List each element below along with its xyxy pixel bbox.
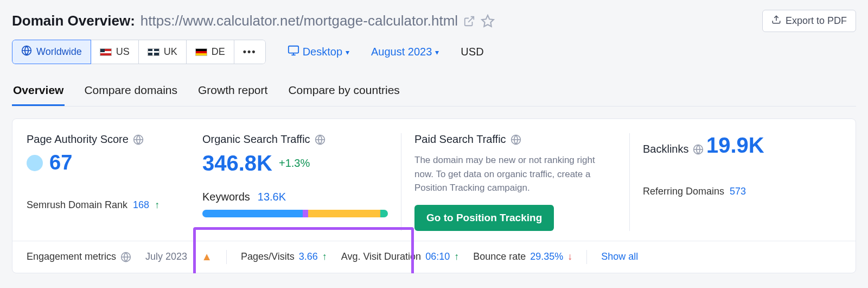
keywords-bar-segment-3: [308, 210, 380, 217]
country-uk-label: UK: [164, 46, 177, 58]
show-all-link[interactable]: Show all: [601, 251, 638, 262]
position-tracking-cta-button[interactable]: Go to Position Tracking: [414, 205, 554, 231]
domain-url[interactable]: https://www.calculator.net/mortgage-calc…: [141, 12, 458, 29]
globe-icon[interactable]: [133, 134, 144, 145]
export-pdf-label: Export to PDF: [786, 15, 847, 27]
currency-label: USD: [461, 46, 483, 58]
engagement-row: Engagement metrics July 2023 ▲ Pages/Vis…: [12, 241, 856, 273]
keywords-bar-segment-1: [202, 210, 303, 217]
divider: [226, 250, 227, 264]
pages-visits-label: Pages/Visits: [241, 251, 295, 262]
backlinks-panel: Backlinks 19.9K Referring Domains 573: [630, 133, 841, 231]
flag-uk-icon: [148, 48, 159, 56]
country-uk-button[interactable]: UK: [138, 40, 187, 64]
country-us-label: US: [116, 46, 130, 58]
arrow-up-icon: ↑: [155, 199, 159, 211]
filter-row: Worldwide US UK DE ••• Desktop ▾: [12, 40, 856, 64]
tabs: Overview Compare domains Growth report C…: [12, 79, 856, 107]
paid-traffic-panel: Paid Search Traffic The domain may be ne…: [401, 133, 629, 231]
keywords-distribution-bar[interactable]: [202, 210, 388, 217]
more-dots-icon: •••: [243, 46, 257, 58]
page-authority-panel: Page Authority Score 67 Semrush Domain R…: [27, 133, 189, 231]
pages-visits-value: 3.66: [299, 251, 318, 262]
bounce-rate-label: Bounce rate: [473, 251, 526, 262]
avg-duration-value: 06:10: [425, 251, 450, 262]
country-worldwide-label: Worldwide: [36, 46, 82, 58]
paid-traffic-title: Paid Search Traffic: [414, 133, 506, 146]
country-worldwide-button[interactable]: Worldwide: [12, 40, 91, 64]
organic-traffic-title: Organic Search Traffic: [202, 133, 310, 146]
keywords-bar-segment-4: [380, 210, 388, 217]
flag-us-icon: [100, 48, 112, 56]
chevron-down-icon: ▾: [346, 48, 349, 57]
country-de-label: DE: [212, 46, 225, 58]
title-prefix: Domain Overview:: [12, 12, 135, 29]
page-title: Domain Overview: https://www.calculator.…: [12, 12, 495, 29]
tab-compare-countries[interactable]: Compare by countries: [287, 79, 400, 106]
country-more-button[interactable]: •••: [234, 40, 266, 64]
avg-duration-label: Avg. Visit Duration: [341, 251, 421, 262]
favorite-star-icon[interactable]: [481, 14, 495, 28]
keywords-label: Keywords: [202, 191, 250, 203]
svg-marker-1: [482, 15, 494, 27]
engagement-month: July 2023: [145, 251, 187, 262]
warning-icon[interactable]: ▲: [201, 251, 212, 263]
globe-icon[interactable]: [315, 134, 326, 145]
date-dropdown[interactable]: August 2023 ▾: [371, 46, 439, 58]
export-pdf-button[interactable]: Export to PDF: [762, 10, 856, 32]
device-dropdown[interactable]: Desktop ▾: [288, 45, 349, 59]
keywords-bar-segment-2: [303, 210, 308, 217]
arrow-up-icon: ↑: [322, 251, 327, 262]
arrow-down-icon: ↓: [567, 251, 572, 262]
country-de-button[interactable]: DE: [186, 40, 234, 64]
flag-de-icon: [195, 48, 207, 56]
header-row: Domain Overview: https://www.calculator.…: [12, 10, 856, 32]
page-authority-value[interactable]: 67: [27, 151, 72, 174]
chevron-down-icon: ▾: [435, 48, 439, 57]
globe-icon: [21, 45, 32, 59]
page-authority-number: 67: [49, 151, 72, 174]
tab-overview[interactable]: Overview: [12, 79, 65, 106]
country-us-button[interactable]: US: [91, 40, 139, 64]
page-authority-title: Page Authority Score: [27, 133, 129, 146]
upload-icon: [771, 15, 781, 27]
svg-line-0: [468, 16, 474, 22]
backlinks-number: 19.9K: [706, 133, 764, 158]
authority-score-dot-icon: [27, 155, 43, 171]
domain-rank-value[interactable]: 168: [133, 199, 149, 211]
tab-growth-report[interactable]: Growth report: [197, 79, 269, 106]
tab-compare-domains[interactable]: Compare domains: [83, 79, 178, 106]
metrics-card: Page Authority Score 67 Semrush Domain R…: [12, 118, 856, 273]
keywords-value[interactable]: 13.6K: [258, 191, 286, 203]
divider: [586, 250, 587, 264]
arrow-up-icon: ↑: [454, 251, 459, 262]
organic-traffic-delta: +1.3%: [279, 157, 310, 170]
domain-rank-label: Semrush Domain Rank: [27, 199, 127, 211]
globe-icon[interactable]: [120, 252, 131, 262]
date-label: August 2023: [371, 46, 432, 58]
backlinks-title: Backlinks: [643, 143, 688, 155]
paid-traffic-empty-text: The domain may be new or not ranking rig…: [414, 153, 616, 195]
organic-traffic-panel: Organic Search Traffic 346.8K +1.3% Keyw…: [189, 133, 401, 231]
engagement-label: Engagement metrics: [27, 251, 116, 262]
country-selector: Worldwide US UK DE •••: [12, 40, 266, 64]
external-link-icon[interactable]: [463, 15, 475, 27]
backlinks-value[interactable]: 19.9K: [706, 133, 764, 158]
svg-rect-5: [288, 46, 298, 53]
device-label: Desktop: [303, 46, 342, 58]
organic-traffic-number: 346.8K: [202, 151, 272, 176]
desktop-icon: [288, 45, 299, 59]
referring-domains-value[interactable]: 573: [730, 186, 746, 197]
globe-icon[interactable]: [510, 134, 521, 145]
referring-domains-label: Referring Domains: [643, 186, 724, 197]
bounce-rate-value: 29.35%: [530, 251, 563, 262]
globe-icon[interactable]: [693, 144, 704, 155]
organic-traffic-value[interactable]: 346.8K +1.3%: [202, 151, 310, 176]
